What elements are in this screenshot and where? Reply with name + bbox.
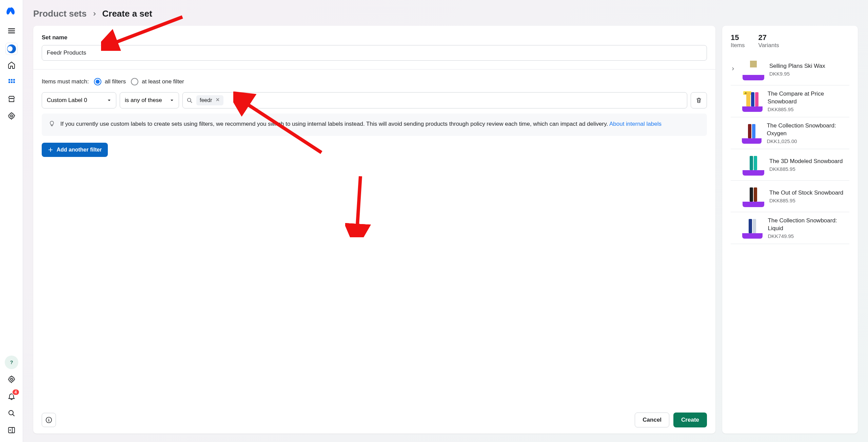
variants-stat: 27 Variants — [758, 33, 779, 49]
filter-operator-select[interactable]: is any of these — [120, 92, 179, 108]
product-name: Selling Plans Ski Wax — [769, 62, 825, 70]
product-item[interactable]: Selling Plans Ski WaxDKK9.95 — [731, 54, 849, 85]
radio-at-least-one[interactable]: at least one filter — [131, 78, 184, 85]
svg-rect-0 — [8, 79, 10, 81]
filter-value-input[interactable]: feedr — [182, 92, 687, 108]
svg-rect-5 — [13, 81, 15, 83]
notification-badge: 4 — [12, 389, 20, 396]
filter-chip: feedr — [196, 95, 223, 105]
product-name: The Collection Snowboard: Oxygen — [767, 122, 849, 138]
product-price: DKK885.95 — [769, 166, 843, 172]
cancel-button[interactable]: Cancel — [635, 413, 669, 427]
grid-icon[interactable] — [5, 75, 18, 89]
delete-filter-button[interactable] — [691, 92, 707, 108]
svg-rect-3 — [8, 81, 10, 83]
set-name-label: Set name — [42, 34, 707, 41]
settings-gear-icon[interactable] — [5, 109, 18, 123]
product-price: DKK885.95 — [769, 198, 843, 203]
meta-logo-icon — [5, 5, 18, 17]
product-price: DKK9.95 — [769, 71, 825, 77]
shop-icon[interactable] — [5, 92, 18, 106]
filter-field-select[interactable]: Custom Label 0 — [42, 92, 116, 108]
chevron-down-icon — [170, 98, 174, 102]
product-name: The 3D Modeled Snowboard — [769, 158, 843, 165]
search-icon[interactable] — [5, 406, 18, 420]
account-avatar[interactable] — [5, 43, 18, 55]
settings-gear-icon-2[interactable] — [5, 373, 18, 386]
chevron-right-icon[interactable] — [731, 66, 737, 73]
product-item[interactable]: The Out of Stock SnowboardDKK885.95 — [731, 181, 849, 212]
create-button[interactable]: Create — [673, 413, 707, 427]
info-link[interactable]: About internal labels — [609, 121, 662, 127]
svg-rect-10 — [8, 427, 15, 433]
plus-icon — [48, 147, 53, 153]
info-callout: If you currently use custom labels to cr… — [42, 114, 707, 136]
svg-point-6 — [11, 115, 13, 117]
info-icon — [45, 416, 53, 424]
home-icon[interactable] — [5, 58, 18, 72]
product-price: DKK749.95 — [768, 233, 849, 239]
chevron-right-icon — [92, 8, 97, 19]
svg-rect-2 — [13, 79, 15, 81]
left-sidebar: ? 4 — [0, 0, 23, 442]
product-name: The Collection Snowboard: Liquid — [768, 217, 849, 233]
product-thumbnail — [743, 154, 764, 176]
svg-text:?: ? — [10, 359, 13, 365]
search-icon — [186, 97, 193, 104]
preview-panel: 15 Items 27 Variants Selling Plans Ski W… — [722, 26, 858, 434]
product-price: DKK885.95 — [768, 106, 849, 112]
product-thumbnail — [742, 217, 763, 239]
remove-chip-icon[interactable] — [215, 97, 220, 103]
chevron-down-icon — [107, 98, 111, 102]
svg-rect-4 — [11, 81, 13, 83]
add-filter-button[interactable]: Add another filter — [42, 143, 108, 157]
product-item[interactable]: The Collection Snowboard: OxygenDKK1,025… — [731, 117, 849, 149]
set-name-input[interactable] — [42, 45, 707, 61]
breadcrumb-parent[interactable]: Product sets — [33, 8, 87, 19]
product-name: The Compare at Price Snowboard — [768, 90, 849, 106]
panel-collapse-icon[interactable] — [5, 423, 18, 437]
svg-point-8 — [11, 378, 13, 380]
radio-all-filters[interactable]: all filters — [94, 78, 126, 85]
items-stat: 15 Items — [731, 33, 745, 49]
product-item[interactable]: -10%The Compare at Price SnowboardDKK885… — [731, 85, 849, 117]
notifications-bell-icon[interactable]: 4 — [5, 389, 18, 403]
lightbulb-icon — [48, 120, 55, 130]
match-label: Items must match: — [42, 78, 89, 85]
help-icon[interactable]: ? — [5, 356, 18, 369]
product-thumbnail — [742, 122, 762, 144]
trash-icon — [695, 97, 702, 104]
breadcrumb-current: Create a set — [102, 8, 152, 19]
product-thumbnail — [743, 59, 764, 80]
product-list[interactable]: Selling Plans Ski WaxDKK9.95-10%The Comp… — [722, 54, 858, 426]
product-item[interactable]: The Collection Snowboard: LiquidDKK749.9… — [731, 212, 849, 244]
product-thumbnail — [743, 185, 764, 207]
svg-rect-1 — [11, 79, 13, 81]
create-set-form: Set name Items must match: all filters a… — [33, 26, 715, 434]
product-item[interactable]: The 3D Modeled SnowboardDKK885.95 — [731, 149, 849, 181]
hamburger-menu-icon[interactable] — [5, 24, 18, 38]
product-price: DKK1,025.00 — [767, 138, 849, 144]
product-thumbnail: -10% — [742, 90, 763, 112]
radio-icon — [94, 78, 101, 85]
product-name: The Out of Stock Snowboard — [769, 189, 843, 197]
breadcrumb: Product sets Create a set — [33, 8, 858, 19]
info-button[interactable] — [42, 413, 56, 427]
radio-icon — [131, 78, 138, 85]
